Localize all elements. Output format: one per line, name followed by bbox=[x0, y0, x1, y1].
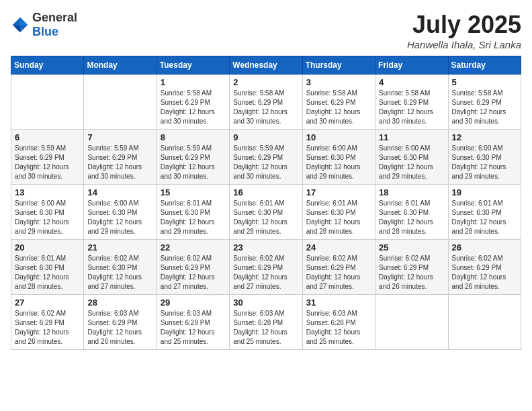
calendar-cell bbox=[11, 75, 84, 130]
calendar-cell bbox=[448, 295, 521, 350]
calendar-cell: 20Sunrise: 6:01 AM Sunset: 6:30 PM Dayli… bbox=[11, 240, 84, 295]
calendar-cell: 16Sunrise: 6:01 AM Sunset: 6:30 PM Dayli… bbox=[230, 185, 302, 240]
logo-general: General bbox=[32, 11, 77, 24]
day-info: Sunrise: 6:03 AM Sunset: 6:29 PM Dayligh… bbox=[161, 309, 226, 347]
day-info: Sunrise: 6:00 AM Sunset: 6:30 PM Dayligh… bbox=[379, 144, 444, 181]
day-info: Sunrise: 6:01 AM Sunset: 6:30 PM Dayligh… bbox=[452, 199, 517, 236]
day-number: 5 bbox=[452, 77, 517, 87]
day-info: Sunrise: 5:58 AM Sunset: 6:29 PM Dayligh… bbox=[161, 89, 226, 126]
day-info: Sunrise: 6:01 AM Sunset: 6:30 PM Dayligh… bbox=[306, 199, 371, 236]
calendar-location: Hanwella Ihala, Sri Lanka bbox=[407, 39, 521, 50]
weekday-header-wednesday: Wednesday bbox=[230, 56, 302, 75]
day-info: Sunrise: 6:03 AM Sunset: 6:29 PM Dayligh… bbox=[87, 309, 152, 347]
day-info: Sunrise: 5:58 AM Sunset: 6:29 PM Dayligh… bbox=[233, 89, 298, 126]
calendar-cell: 13Sunrise: 6:00 AM Sunset: 6:30 PM Dayli… bbox=[11, 185, 84, 240]
calendar-week-5: 27Sunrise: 6:02 AM Sunset: 6:29 PM Dayli… bbox=[11, 295, 521, 350]
calendar-cell: 15Sunrise: 6:01 AM Sunset: 6:30 PM Dayli… bbox=[157, 185, 229, 240]
day-info: Sunrise: 5:58 AM Sunset: 6:29 PM Dayligh… bbox=[452, 89, 517, 126]
calendar-header: SundayMondayTuesdayWednesdayThursdayFrid… bbox=[11, 56, 521, 75]
day-number: 11 bbox=[379, 132, 444, 142]
day-number: 26 bbox=[452, 242, 517, 253]
svg-marker-2 bbox=[13, 25, 20, 32]
calendar-cell: 30Sunrise: 6:03 AM Sunset: 6:28 PM Dayli… bbox=[230, 295, 302, 350]
day-info: Sunrise: 6:00 AM Sunset: 6:30 PM Dayligh… bbox=[87, 199, 152, 236]
day-info: Sunrise: 6:02 AM Sunset: 6:29 PM Dayligh… bbox=[233, 254, 298, 291]
day-info: Sunrise: 6:00 AM Sunset: 6:30 PM Dayligh… bbox=[15, 199, 80, 236]
calendar-cell: 5Sunrise: 5:58 AM Sunset: 6:29 PM Daylig… bbox=[448, 75, 521, 130]
day-info: Sunrise: 6:02 AM Sunset: 6:29 PM Dayligh… bbox=[306, 254, 371, 291]
day-info: Sunrise: 6:00 AM Sunset: 6:30 PM Dayligh… bbox=[306, 144, 371, 181]
day-number: 27 bbox=[15, 298, 80, 308]
day-number: 22 bbox=[161, 242, 226, 253]
calendar-cell: 10Sunrise: 6:00 AM Sunset: 6:30 PM Dayli… bbox=[302, 130, 375, 185]
calendar-cell: 4Sunrise: 5:58 AM Sunset: 6:29 PM Daylig… bbox=[375, 75, 448, 130]
day-number: 29 bbox=[161, 298, 226, 308]
calendar-title: July 2025 bbox=[407, 11, 521, 39]
calendar-cell: 12Sunrise: 6:00 AM Sunset: 6:30 PM Dayli… bbox=[448, 130, 521, 185]
calendar-week-3: 13Sunrise: 6:00 AM Sunset: 6:30 PM Dayli… bbox=[11, 185, 521, 240]
day-info: Sunrise: 6:02 AM Sunset: 6:29 PM Dayligh… bbox=[452, 254, 517, 291]
day-number: 21 bbox=[87, 242, 152, 253]
day-number: 18 bbox=[379, 187, 444, 197]
calendar-week-4: 20Sunrise: 6:01 AM Sunset: 6:30 PM Dayli… bbox=[11, 240, 521, 295]
day-number: 14 bbox=[87, 187, 152, 197]
logo-text: General Blue bbox=[32, 11, 77, 39]
logo-blue: Blue bbox=[32, 25, 58, 38]
weekday-header-sunday: Sunday bbox=[11, 56, 84, 75]
calendar-cell: 3Sunrise: 5:58 AM Sunset: 6:29 PM Daylig… bbox=[302, 75, 375, 130]
day-info: Sunrise: 5:58 AM Sunset: 6:29 PM Dayligh… bbox=[379, 89, 444, 126]
calendar-cell: 1Sunrise: 5:58 AM Sunset: 6:29 PM Daylig… bbox=[157, 75, 229, 130]
day-info: Sunrise: 6:01 AM Sunset: 6:30 PM Dayligh… bbox=[15, 254, 80, 291]
calendar-cell: 17Sunrise: 6:01 AM Sunset: 6:30 PM Dayli… bbox=[302, 185, 375, 240]
day-info: Sunrise: 5:59 AM Sunset: 6:29 PM Dayligh… bbox=[87, 144, 152, 181]
day-number: 31 bbox=[306, 298, 371, 308]
weekday-header-friday: Friday bbox=[375, 56, 448, 75]
weekday-header-saturday: Saturday bbox=[448, 56, 521, 75]
svg-marker-1 bbox=[20, 17, 28, 26]
day-info: Sunrise: 5:59 AM Sunset: 6:29 PM Dayligh… bbox=[233, 144, 298, 181]
day-number: 17 bbox=[306, 187, 371, 197]
calendar-table: SundayMondayTuesdayWednesdayThursdayFrid… bbox=[11, 56, 521, 350]
calendar-cell: 22Sunrise: 6:02 AM Sunset: 6:29 PM Dayli… bbox=[157, 240, 229, 295]
day-number: 4 bbox=[379, 77, 444, 87]
calendar-week-1: 1Sunrise: 5:58 AM Sunset: 6:29 PM Daylig… bbox=[11, 75, 521, 130]
day-number: 7 bbox=[87, 132, 152, 142]
day-number: 3 bbox=[306, 77, 371, 87]
calendar-cell: 23Sunrise: 6:02 AM Sunset: 6:29 PM Dayli… bbox=[230, 240, 302, 295]
day-info: Sunrise: 5:59 AM Sunset: 6:29 PM Dayligh… bbox=[161, 144, 226, 181]
calendar-cell: 19Sunrise: 6:01 AM Sunset: 6:30 PM Dayli… bbox=[448, 185, 521, 240]
calendar-cell: 27Sunrise: 6:02 AM Sunset: 6:29 PM Dayli… bbox=[11, 295, 84, 350]
page-header: General Blue July 2025 Hanwella Ihala, S… bbox=[11, 11, 521, 50]
weekday-header-thursday: Thursday bbox=[302, 56, 375, 75]
calendar-cell: 8Sunrise: 5:59 AM Sunset: 6:29 PM Daylig… bbox=[157, 130, 229, 185]
day-info: Sunrise: 6:03 AM Sunset: 6:28 PM Dayligh… bbox=[306, 309, 371, 347]
day-number: 15 bbox=[161, 187, 226, 197]
calendar-cell: 7Sunrise: 5:59 AM Sunset: 6:29 PM Daylig… bbox=[84, 130, 157, 185]
day-number: 6 bbox=[15, 132, 80, 142]
weekday-header-tuesday: Tuesday bbox=[157, 56, 229, 75]
day-number: 1 bbox=[161, 77, 226, 87]
day-info: Sunrise: 6:02 AM Sunset: 6:29 PM Dayligh… bbox=[161, 254, 226, 291]
day-number: 20 bbox=[15, 242, 80, 253]
logo-icon bbox=[11, 15, 30, 34]
day-number: 10 bbox=[306, 132, 371, 142]
day-number: 30 bbox=[233, 298, 298, 308]
calendar-body: 1Sunrise: 5:58 AM Sunset: 6:29 PM Daylig… bbox=[11, 75, 521, 350]
calendar-cell: 31Sunrise: 6:03 AM Sunset: 6:28 PM Dayli… bbox=[302, 295, 375, 350]
calendar-week-2: 6Sunrise: 5:59 AM Sunset: 6:29 PM Daylig… bbox=[11, 130, 521, 185]
calendar-cell: 11Sunrise: 6:00 AM Sunset: 6:30 PM Dayli… bbox=[375, 130, 448, 185]
day-info: Sunrise: 6:01 AM Sunset: 6:30 PM Dayligh… bbox=[233, 199, 298, 236]
day-number: 13 bbox=[15, 187, 80, 197]
day-number: 23 bbox=[233, 242, 298, 253]
day-number: 28 bbox=[87, 298, 152, 308]
day-number: 2 bbox=[233, 77, 298, 87]
day-number: 9 bbox=[233, 132, 298, 142]
day-info: Sunrise: 5:58 AM Sunset: 6:29 PM Dayligh… bbox=[306, 89, 371, 126]
day-number: 16 bbox=[233, 187, 298, 197]
calendar-cell: 21Sunrise: 6:02 AM Sunset: 6:30 PM Dayli… bbox=[84, 240, 157, 295]
calendar-cell: 28Sunrise: 6:03 AM Sunset: 6:29 PM Dayli… bbox=[84, 295, 157, 350]
day-number: 24 bbox=[306, 242, 371, 253]
calendar-cell: 24Sunrise: 6:02 AM Sunset: 6:29 PM Dayli… bbox=[302, 240, 375, 295]
calendar-cell: 26Sunrise: 6:02 AM Sunset: 6:29 PM Dayli… bbox=[448, 240, 521, 295]
title-block: July 2025 Hanwella Ihala, Sri Lanka bbox=[407, 11, 521, 50]
